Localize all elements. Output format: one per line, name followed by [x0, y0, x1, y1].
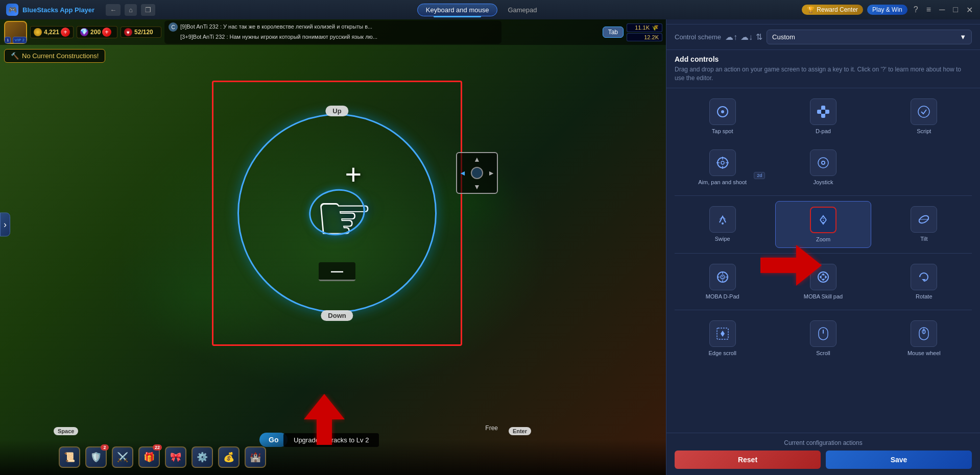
svg-rect-5 [821, 110, 825, 114]
bottom-icon-6[interactable]: ⚙️ [192, 446, 213, 468]
app-header: 🎮 BlueStacks App Player ← ⌂ ❐ Keyboard a… [0, 0, 980, 19]
bottom-icon-scroll[interactable]: 📜 [59, 446, 80, 468]
svg-point-32 [825, 276, 827, 278]
edge-scroll-label: Edge scroll [708, 350, 736, 356]
bottom-icon-3[interactable]: ⚔️ [112, 446, 133, 468]
gems-icon: 💎 [80, 28, 88, 36]
panel-spacer [666, 366, 980, 433]
zoom-minus-icon: — [319, 262, 355, 281]
right-res-2: 12.2K [627, 33, 662, 41]
control-swipe[interactable]: Swipe [675, 201, 770, 248]
control-mouse-wheel[interactable]: Mouse wheel [876, 315, 972, 361]
vip-badge: VIP 2 [13, 37, 27, 43]
chat-area: C [9]Bot AnTi 232 : У нас так же в корол… [164, 20, 501, 44]
moba-skill-svg [816, 270, 830, 284]
control-joystick[interactable]: Joystick [775, 144, 871, 190]
chat-row-2: C [3+9]Bot AnTi 232 : Нам нужны игроки к… [169, 33, 497, 42]
logo-icon: 🎮 [6, 4, 18, 16]
play-win-button[interactable]: Play & Win [867, 5, 907, 15]
control-edge-scroll[interactable]: Edge scroll [675, 315, 770, 361]
moba-skill-label: MOBA Skill pad [804, 293, 843, 299]
control-aim-pan[interactable]: 2d Aim, pan and shoot [675, 144, 770, 190]
svg-point-15 [822, 162, 824, 164]
header-right: 🏆 Reward Center Play & Win ? ≡ ─ □ ✕ [802, 3, 980, 17]
back-button[interactable]: ← [106, 4, 121, 16]
icon-3-img: ⚔️ [117, 452, 128, 463]
chat-row-1: C [9]Bot AnTi 232 : У нас так же в корол… [169, 22, 497, 32]
scheme-share-button[interactable]: ⇅ [756, 32, 762, 42]
scheme-download-button[interactable]: ☁↓ [740, 32, 753, 42]
reset-button[interactable]: Reset [675, 451, 821, 469]
bottom-icon-8[interactable]: 🏰 [245, 446, 266, 468]
close-button[interactable]: ✕ [964, 3, 975, 17]
tab-gamepad[interactable]: Gamepad [499, 4, 545, 16]
reward-label: Reward Center [817, 6, 858, 13]
tab-keyboard[interactable]: Keyboard and mouse [417, 4, 498, 16]
svg-point-6 [918, 106, 929, 117]
pan-control[interactable]: ▲ ▼ ◄ ► [456, 152, 498, 194]
svg-point-30 [822, 279, 824, 281]
space-key-label: Space [54, 427, 78, 435]
zoom-svg [816, 213, 830, 227]
joystick-icon [810, 149, 836, 176]
icon-8-img: 🏰 [250, 452, 261, 463]
scheme-upload-button[interactable]: ☁↑ [725, 32, 737, 42]
chat-avatar-1: C [169, 22, 178, 32]
menu-button[interactable]: ≡ [924, 3, 933, 16]
control-rotate[interactable]: Rotate [876, 259, 972, 305]
moba-dpad-icon: 5 [709, 264, 736, 290]
control-zoom[interactable]: Zoom [775, 201, 871, 248]
home-button[interactable]: ⌂ [125, 4, 137, 16]
bottom-actions: Current configuration actions Reset Save [666, 433, 980, 475]
hero-avatar[interactable]: VIP 2 1 [4, 21, 27, 44]
add-gems-button[interactable]: + [102, 28, 111, 37]
aim-pan-svg [715, 156, 730, 170]
zoom-widget: Up Down + ☞ — [212, 81, 462, 346]
red-arrow-up-svg [304, 394, 345, 445]
windows-button[interactable]: ❐ [141, 4, 155, 16]
moba-dpad-label: MOBA D-Pad [706, 293, 739, 299]
scheme-dropdown[interactable]: Custom ▼ [767, 30, 972, 44]
app-title: BlueStacks App Player [22, 6, 94, 14]
right-res-1: 11.1K 🌾 [627, 23, 662, 32]
controls-grid-row5: Edge scroll Scroll Mouse w [666, 310, 980, 366]
add-gold-button[interactable]: + [61, 28, 70, 37]
zoom-icon [810, 207, 836, 233]
bottom-icon-5[interactable]: 🎀 [165, 446, 186, 468]
bottom-actions-title: Current configuration actions [675, 439, 972, 446]
scroll-label: Scroll [816, 350, 830, 356]
tilt-svg [917, 212, 931, 227]
pan-left-arrow: ◄ [459, 169, 466, 177]
rotate-label: Rotate [916, 293, 932, 299]
script-svg [917, 105, 931, 119]
controls-grid-row2: 2d Aim, pan and shoot Joystick [666, 144, 980, 195]
bottom-icon-7[interactable]: 💰 [218, 446, 240, 468]
nav-buttons: ← ⌂ ❐ [101, 4, 160, 16]
control-script[interactable]: Script [876, 93, 972, 139]
help-button[interactable]: ? [912, 3, 920, 16]
controls-grid-row4: 5 MOBA D-Pad M [666, 254, 980, 310]
save-button[interactable]: Save [826, 451, 972, 469]
control-scroll[interactable]: Scroll [775, 315, 871, 361]
level-badge: 1 [5, 37, 11, 43]
control-moba-dpad[interactable]: 5 MOBA D-Pad [675, 259, 770, 305]
right-resources: 11.1K 🌾 12.2K [627, 23, 662, 41]
right-res-2-value: 12.2K [644, 34, 659, 40]
moba-skill-icon [810, 264, 836, 290]
maximize-button[interactable]: □ [951, 3, 960, 16]
svg-point-8 [721, 161, 724, 164]
reward-center-button[interactable]: 🏆 Reward Center [802, 5, 863, 15]
pan-up-arrow: ▲ [473, 155, 481, 163]
minimize-button[interactable]: ─ [937, 3, 947, 16]
gold-resource: 4,221 + [30, 26, 74, 38]
control-tilt[interactable]: Tilt [876, 201, 972, 248]
control-tap-spot[interactable]: Tap spot [675, 93, 770, 139]
control-moba-skill[interactable]: MOBA Skill pad [775, 259, 871, 305]
bottom-icon-4[interactable]: 🎁 22 [138, 446, 160, 468]
bottom-icon-2[interactable]: 🛡️ 2 [85, 446, 107, 468]
pan-inner: ▲ ▼ ◄ ► [457, 153, 497, 193]
pan-down-arrow: ▼ [473, 183, 481, 191]
left-arrow-button[interactable]: › [0, 212, 10, 236]
controls-grid-row3: Swipe Zoom Tilt [666, 196, 980, 253]
control-dpad[interactable]: D-pad [775, 93, 871, 139]
